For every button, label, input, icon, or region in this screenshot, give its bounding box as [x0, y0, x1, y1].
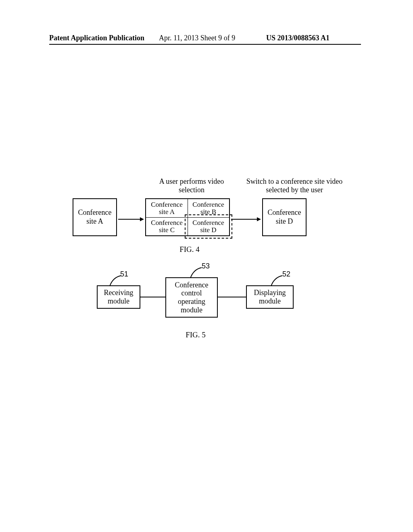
fig5-ref-53: 53 — [202, 262, 210, 270]
figure-5: Receiving module Conference control oper… — [97, 266, 315, 339]
header-rule — [49, 44, 361, 45]
arrow-icon — [118, 217, 144, 222]
arrow-icon — [231, 217, 261, 222]
fig4-multi-view: Conference site A Conference site B Conf… — [145, 198, 230, 236]
date-sheet: Apr. 11, 2013 Sheet 9 of 9 — [159, 34, 235, 42]
fig5-ref-51: 51 — [120, 270, 128, 278]
fig4-label-user-selects: A user performs video selection — [157, 177, 226, 194]
pub-type: Patent Application Publication — [49, 34, 144, 42]
svg-marker-3 — [257, 217, 261, 221]
fig4-label-switch: Switch to a conference site video select… — [242, 177, 347, 194]
pub-number: US 2013/0088563 A1 — [266, 34, 330, 42]
fig4-caption: FIG. 4 — [73, 245, 307, 254]
fig4-box-conference-d: Conference site D — [262, 198, 307, 236]
lead-line-icon — [270, 274, 284, 288]
lead-line-icon — [190, 266, 203, 280]
fig5-conference-control-operating-module: Conference control operating module — [165, 277, 218, 318]
connector-line — [218, 297, 246, 297]
fig4-cell-d: Conference site D — [188, 217, 229, 235]
connector-line — [140, 297, 165, 297]
fig4-box-conference-a: Conference site A — [73, 198, 117, 236]
fig4-cell-a: Conference site A — [146, 199, 188, 217]
fig4-cell-b: Conference site B — [188, 199, 229, 217]
fig5-caption: FIG. 5 — [97, 330, 294, 339]
fig5-ref-52: 52 — [282, 270, 290, 278]
fig5-receiving-module: Receiving module — [97, 285, 140, 309]
fig5-displaying-module: Displaying module — [246, 285, 294, 309]
fig4-cell-c: Conference site C — [146, 217, 188, 235]
svg-marker-1 — [140, 217, 144, 221]
